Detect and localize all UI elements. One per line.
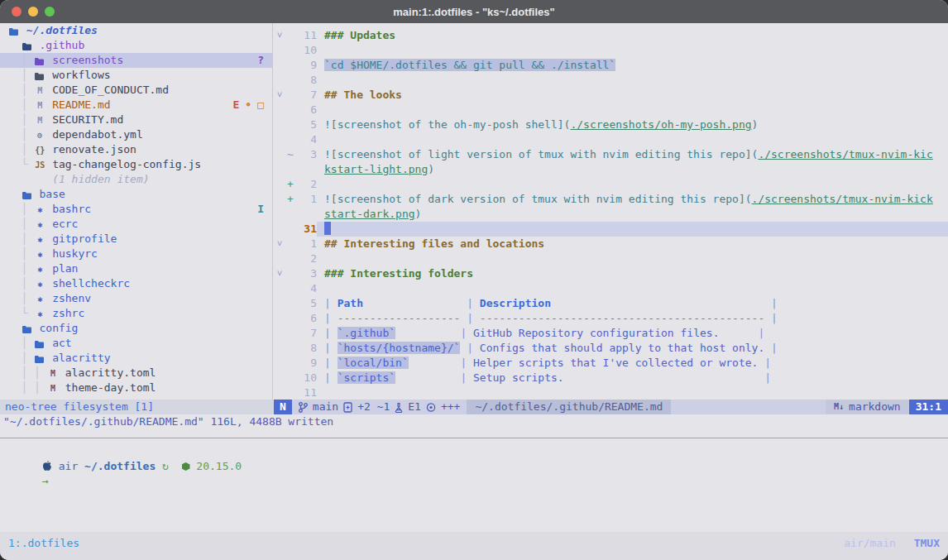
refresh-icon: ↻ xyxy=(162,460,169,472)
zoom-button[interactable] xyxy=(45,7,55,17)
folder-icon xyxy=(34,355,45,364)
tree-item-huskyrc[interactable]: │ ✱ huskyrc xyxy=(0,246,272,261)
file-icon: ✱ xyxy=(34,247,45,262)
shell-pane[interactable]: air ~/.dotfiles ↻ 20.15.0 → xyxy=(0,444,948,474)
editor-line[interactable]: start-dark.png) xyxy=(274,207,948,222)
editor-line[interactable]: kstart-light.png) xyxy=(274,162,948,177)
editor-line[interactable]: 7| `.github` | GitHub Repository configu… xyxy=(274,326,948,341)
tree-item-zshrc[interactable]: └ ✱ zshrc xyxy=(0,306,272,321)
hunks-indicator: +++ xyxy=(441,400,460,414)
filetype-label: markdown xyxy=(849,400,901,414)
markdown-icon: M↓ xyxy=(834,400,844,414)
file-icon: M xyxy=(34,98,45,113)
file-icon: M xyxy=(47,381,59,396)
neotree-sidebar[interactable]: ~/.dotfiles .github │ screenshots? │ wor… xyxy=(0,23,273,400)
tree-item-ecrc[interactable]: │ ✱ ecrc xyxy=(0,217,272,232)
tree-item-gitprofile[interactable]: │ ✱ gitprofile xyxy=(0,232,272,246)
editor-pane[interactable]: ˅ 11### Updates 10 9`cd $HOME/.dotfiles … xyxy=(274,23,948,400)
tree-item-zshenv[interactable]: │ ✱ zshenv xyxy=(0,291,272,306)
editor-line-text: ![screenshot of dark version of tmux wit… xyxy=(317,192,948,207)
line-number: 7 xyxy=(295,88,317,103)
tree-item-screenshots[interactable]: │ screenshots? xyxy=(0,53,272,68)
tree-item-config[interactable]: config xyxy=(0,321,272,336)
mode-indicator: N xyxy=(274,400,292,414)
editor-line-text xyxy=(317,251,948,266)
command-message-line: "~/.dotfiles/.github/README.md" 116L, 44… xyxy=(0,414,948,429)
editor-line[interactable]: ˅ 11### Updates xyxy=(274,28,948,43)
tree-item-security-md[interactable]: │ M SECURITY.md xyxy=(0,112,272,127)
editor-line[interactable]: 8| `hosts/{hostname}/` | Configs that sh… xyxy=(274,341,948,356)
editor-line[interactable]: 10| `scripts` | Setup scripts. | xyxy=(274,371,948,385)
line-number: 5 xyxy=(295,117,317,132)
tree-item-tag-changelog-config-js[interactable]: └ JS tag-changelog-config.js xyxy=(0,157,272,172)
editor-line[interactable]: 6 xyxy=(274,103,948,117)
editor-line[interactable]: +1![screenshot of dark version of tmux w… xyxy=(274,192,948,207)
minimize-button[interactable] xyxy=(28,7,38,17)
line-number: 7 xyxy=(295,326,317,341)
editor-line[interactable]: 9| `local/bin` | Helper scripts that I'v… xyxy=(274,356,948,371)
tmux-pane-divider[interactable] xyxy=(0,438,948,438)
git-sign xyxy=(285,132,295,147)
tree-item--1-hidden-item-[interactable]: (1 hidden item) xyxy=(0,172,272,187)
folder-icon xyxy=(34,340,45,349)
tree-item-plan[interactable]: │ ✱ plan xyxy=(0,261,272,276)
editor-line[interactable]: 6| ------------------- | ---------------… xyxy=(274,311,948,326)
editor-line[interactable]: ~3![screenshot of light version of tmux … xyxy=(274,147,948,162)
statusline-filepath: ~/.dotfiles/.github/README.md xyxy=(467,400,671,414)
editor-line-text: ![screenshot of the oh-my-posh shell](./… xyxy=(317,117,948,132)
tree-item-alacritty-toml[interactable]: │ │ M alacritty.toml xyxy=(0,366,272,381)
tree-item--dotfiles[interactable]: ~/.dotfiles xyxy=(0,23,272,38)
editor-line[interactable]: 11 xyxy=(274,385,948,400)
line-number xyxy=(295,207,317,222)
tree-item-act[interactable]: │ act xyxy=(0,336,272,351)
tree-item-renovate-json[interactable]: │ {} renovate.json xyxy=(0,142,272,157)
fold-marker-icon[interactable]: ˅ xyxy=(274,266,285,281)
tree-item-alacritty[interactable]: │ alacritty xyxy=(0,351,272,366)
code-segment: kstart-light.png xyxy=(324,163,428,175)
tree-item--github[interactable]: .github xyxy=(0,38,272,53)
file-icon: ✱ xyxy=(34,203,45,218)
tree-item-base[interactable]: base xyxy=(0,187,272,202)
close-button[interactable] xyxy=(12,7,22,17)
editor-line[interactable]: 4 xyxy=(274,281,948,296)
editor-line-text xyxy=(317,103,948,117)
code-segment: Description xyxy=(480,297,551,309)
editor-line[interactable]: 4 xyxy=(274,132,948,147)
editor-line[interactable]: 31 xyxy=(274,222,948,237)
editor-line[interactable]: +2 xyxy=(274,177,948,192)
editor-line[interactable]: 2 xyxy=(274,251,948,266)
tree-item-bashrc[interactable]: │ ✱ bashrcI xyxy=(0,202,272,217)
fold-marker-icon[interactable]: ˅ xyxy=(274,28,285,43)
editor-line[interactable]: 10 xyxy=(274,43,948,58)
tree-item-shellcheckrc[interactable]: │ ✱ shellcheckrc xyxy=(0,276,272,291)
git-sign xyxy=(285,281,295,296)
editor-line-text xyxy=(317,281,948,296)
tmux-window-tab[interactable]: 1:.dotfiles xyxy=(8,537,79,549)
nvim-statusline: N main +2 ~1 E1 +++ ~/.dotfiles/.github/… xyxy=(274,400,948,414)
git-sign xyxy=(285,356,295,371)
git-sign: + xyxy=(285,192,295,207)
editor-line[interactable]: 5| Path | Description | xyxy=(274,296,948,311)
tree-item-code-of-conduct-md[interactable]: │ M CODE_OF_CONDUCT.md xyxy=(0,83,272,98)
editor-line[interactable]: ˅ 7## The looks xyxy=(274,88,948,103)
fold-marker-icon[interactable]: ˅ xyxy=(274,237,285,251)
tree-item-readme-md[interactable]: │ M README.mdE•□ xyxy=(0,98,272,112)
fold-marker-icon xyxy=(274,73,285,88)
record-icon xyxy=(426,402,436,413)
tree-item-theme-day-toml[interactable]: │ │ M theme-day.toml xyxy=(0,381,272,395)
editor-line[interactable]: 8 xyxy=(274,73,948,88)
fold-marker-icon[interactable]: ˅ xyxy=(274,88,285,103)
editor-line[interactable]: ˅ 1## Interesting files and locations xyxy=(274,237,948,251)
code-segment: | xyxy=(460,371,473,384)
editor-line-text: ### Updates xyxy=(317,28,948,43)
tree-guide: │ xyxy=(8,337,34,349)
tree-item-label: theme-day.toml xyxy=(59,381,156,394)
tree-item-workflows[interactable]: │ workflows xyxy=(0,68,272,83)
tree-item-dependabot-yml[interactable]: │ ⚙ dependabot.yml xyxy=(0,127,272,142)
code-segment: | xyxy=(764,297,778,309)
editor-line[interactable]: 9`cd $HOME/.dotfiles && git pull && ./in… xyxy=(274,58,948,73)
editor-line-text xyxy=(317,43,948,58)
editor-line[interactable]: 5![screenshot of the oh-my-posh shell](.… xyxy=(274,117,948,132)
titlebar: main:1:.dotfiles - "ks~/.dotfiles" xyxy=(0,0,948,23)
editor-line[interactable]: ˅ 3### Interesting folders xyxy=(274,266,948,281)
